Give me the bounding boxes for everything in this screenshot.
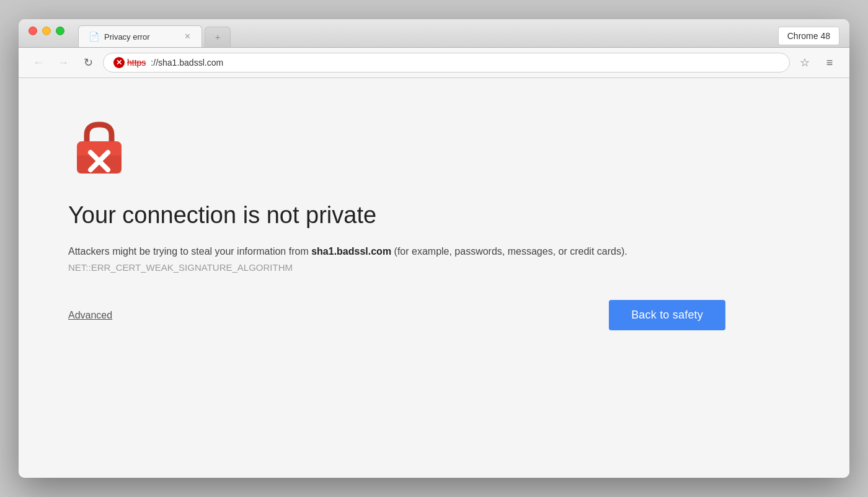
forward-icon: →: [58, 56, 69, 69]
url-text: ://sha1.badssl.com: [151, 58, 223, 68]
new-tab-button[interactable]: +: [205, 27, 231, 47]
error-heading: Your connection is not private: [68, 202, 800, 229]
back-to-safety-button[interactable]: Back to safety: [609, 300, 725, 330]
security-indicator: ✕ https: [113, 57, 146, 68]
tab-title: Privacy error: [104, 32, 179, 42]
close-button[interactable]: [29, 26, 37, 35]
tabs-area: 📄 Privacy error × +: [78, 25, 839, 47]
description-suffix: (for example, passwords, messages, or cr…: [391, 246, 627, 257]
description-prefix: Attackers might be trying to steal your …: [68, 246, 311, 257]
browser-window: 📄 Privacy error × + Chrome 48 ← → ↻ ✕ ht…: [19, 19, 849, 478]
tab-close-button[interactable]: ×: [184, 31, 192, 42]
reload-icon: ↻: [84, 56, 93, 69]
bookmark-button[interactable]: ☆: [795, 53, 815, 73]
back-icon: ←: [33, 56, 44, 69]
actions-row: Advanced Back to safety: [68, 300, 725, 330]
traffic-lights: [29, 26, 64, 35]
chrome-version-badge: Chrome 48: [778, 27, 839, 45]
menu-button[interactable]: ≡: [820, 53, 839, 73]
tab-page-icon: 📄: [89, 32, 99, 42]
minimize-button[interactable]: [42, 26, 51, 35]
active-tab[interactable]: 📄 Privacy error ×: [78, 25, 202, 47]
https-text: https: [127, 58, 146, 68]
reload-button[interactable]: ↻: [78, 53, 98, 73]
maximize-button[interactable]: [56, 26, 64, 35]
error-domain: sha1.badssl.com: [311, 246, 391, 257]
star-icon: ☆: [800, 56, 810, 69]
ssl-error-icon: ✕: [113, 57, 125, 68]
error-description: Attackers might be trying to steal your …: [68, 244, 725, 275]
title-bar: 📄 Privacy error × + Chrome 48: [19, 19, 849, 48]
forward-button[interactable]: →: [53, 53, 73, 73]
lock-error-icon: [68, 115, 130, 177]
hamburger-icon: ≡: [826, 56, 833, 69]
nav-bar: ← → ↻ ✕ https ://sha1.badssl.com ☆ ≡: [19, 48, 849, 78]
advanced-button[interactable]: Advanced: [68, 310, 112, 321]
error-page: Your connection is not private Attackers…: [19, 78, 849, 478]
address-bar[interactable]: ✕ https ://sha1.badssl.com: [103, 53, 790, 73]
back-button[interactable]: ←: [29, 53, 48, 73]
error-code: NET::ERR_CERT_WEAK_SIGNATURE_ALGORITHM: [68, 262, 293, 273]
